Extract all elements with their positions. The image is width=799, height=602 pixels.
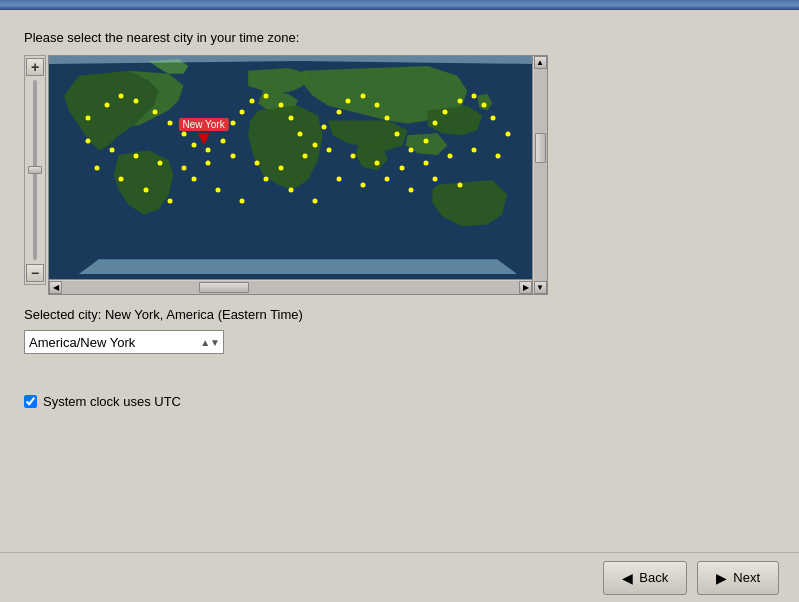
map-scrollbar-horizontal[interactable]: ◀ ▶ <box>49 279 532 294</box>
selected-city-text: Selected city: New York, America (Easter… <box>24 307 775 322</box>
utc-row: System clock uses UTC <box>24 394 775 409</box>
map-outer: New York ▲ ▼ ◀ ▶ <box>48 55 548 295</box>
scroll-left-arrow[interactable]: ◀ <box>49 281 62 294</box>
scroll-track-horizontal[interactable] <box>62 281 519 294</box>
timezone-select[interactable]: America/New York <box>24 330 224 354</box>
scroll-right-arrow[interactable]: ▶ <box>519 281 532 294</box>
prompt-label: Please select the nearest city in your t… <box>24 30 775 45</box>
scroll-thumb-horizontal[interactable] <box>199 282 249 293</box>
selected-city-marker: New York <box>178 118 228 145</box>
scroll-track-vertical[interactable] <box>534 69 547 281</box>
back-button[interactable]: ◀ Back <box>603 561 687 595</box>
next-arrow-icon: ▶ <box>716 570 727 586</box>
zoom-in-button[interactable]: + <box>26 58 44 76</box>
scroll-down-arrow[interactable]: ▼ <box>534 281 547 294</box>
timezone-select-wrapper: America/New York ▲▼ <box>24 330 224 354</box>
selected-city-map-label: New York <box>178 118 228 131</box>
zoom-controls: + − <box>24 55 46 285</box>
main-content: Please select the nearest city in your t… <box>0 10 799 429</box>
back-arrow-icon: ◀ <box>622 570 633 586</box>
next-button[interactable]: ▶ Next <box>697 561 779 595</box>
top-bar <box>0 0 799 10</box>
world-map[interactable]: New York <box>49 56 532 279</box>
back-button-label: Back <box>639 570 668 585</box>
utc-checkbox[interactable] <box>24 395 37 408</box>
zoom-slider-thumb[interactable] <box>28 166 42 174</box>
selected-city-pin <box>198 133 210 145</box>
scroll-up-arrow[interactable]: ▲ <box>534 56 547 69</box>
bottom-bar: ◀ Back ▶ Next <box>0 552 799 602</box>
next-button-label: Next <box>733 570 760 585</box>
zoom-out-button[interactable]: − <box>26 264 44 282</box>
map-scrollbar-vertical[interactable]: ▲ ▼ <box>532 56 547 294</box>
zoom-slider-track <box>33 80 37 260</box>
scroll-thumb-vertical[interactable] <box>535 133 546 163</box>
utc-label[interactable]: System clock uses UTC <box>43 394 181 409</box>
